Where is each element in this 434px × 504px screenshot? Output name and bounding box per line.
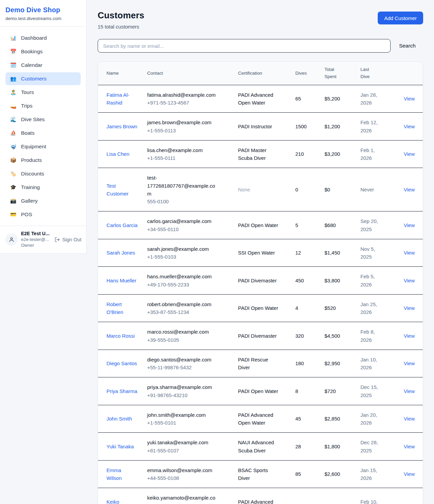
view-customer-link[interactable]: View [404,503,415,504]
brand-domain: demo.test.divestreams.com [5,16,81,21]
sign-out-button[interactable]: Sign Out [55,237,81,242]
sidebar-item-calendar[interactable]: 🗓️ Calendar [5,59,81,72]
view-customer-link[interactable]: View [404,333,415,339]
main-content: Customers 15 total customers Add Custome… [86,0,434,504]
customer-dives: 210 [295,151,304,157]
view-customer-link[interactable]: View [404,250,415,256]
customer-phone: +971-55-123-4567 [147,99,234,107]
nav-item-icon: 🎓 [10,184,17,190]
customer-certification: SSI Open Water [238,249,275,257]
view-customer-link[interactable]: View [404,388,415,394]
customer-name-link[interactable]: Test Customer [106,182,138,198]
customer-name-link[interactable]: Hans Mueller [106,277,136,284]
customer-name-link[interactable]: Lisa Chen [106,150,130,158]
nav-item-label: Calendar [21,62,42,68]
view-customer-link[interactable]: View [404,416,415,422]
customer-name-link[interactable]: Marco Rossi [106,332,135,340]
table-row-emma-wilson: Emma Wilson emma.wilson@example.com +44-… [98,460,423,488]
column-header-dives: Dives [295,62,324,85]
view-customer-link[interactable]: View [404,96,415,101]
add-customer-button[interactable]: Add Customer [378,12,423,24]
customer-email: marco.rossi@example.com [147,328,219,336]
nav-item-icon: 📊 [10,35,17,41]
customer-dives: 0 [295,187,298,192]
nav-item-label: Dive Sites [21,116,45,123]
search-button[interactable]: Search [399,43,416,49]
nav-item-label: Training [21,184,40,190]
sidebar-item-tours[interactable]: 🏝️ Tours [5,86,81,99]
customer-last-dive: Jan 15, 2026 [360,466,382,482]
customer-phone: +1-555-0103 [147,253,234,261]
sidebar-item-bookings[interactable]: 📅 Bookings [5,45,81,58]
view-customer-link[interactable]: View [404,305,415,311]
sidebar-item-dashboard[interactable]: 📊 Dashboard [5,32,81,44]
view-customer-link[interactable]: View [404,187,415,192]
customer-certification: PADI Divemaster [238,277,277,284]
customer-name-link[interactable]: Sarah Jones [106,249,135,257]
customer-name-link[interactable]: Carlos Garcia [106,221,138,229]
brand-title[interactable]: Demo Dive Shop [5,6,81,14]
customer-name-link[interactable]: Robert O'Brien [106,300,138,316]
customer-name-link[interactable]: Emma Wilson [106,466,138,482]
customer-email: robert.obrien@example.com [147,300,219,308]
table-row-robert-o-brien: Robert O'Brien robert.obrien@example.com… [98,294,423,322]
view-customer-link[interactable]: View [404,444,415,449]
view-customer-link[interactable]: View [404,360,415,366]
customer-name-link[interactable]: Diego Santos [106,359,137,367]
search-input[interactable] [98,39,391,53]
customer-total-spent: $1,200 [324,124,340,129]
view-customer-link[interactable]: View [404,471,415,477]
customer-name-link[interactable]: Keiko Yamamoto [106,498,138,504]
customer-last-dive: Feb 5, 2026 [360,273,382,288]
customer-dives: 450 [295,278,304,283]
customer-name-link[interactable]: Fatima Al-Rashid [106,91,138,107]
nav-item-icon: 🤿 [10,144,17,150]
customer-total-spent: $520 [324,305,336,311]
sidebar-item-equipment[interactable]: 🤿 Equipment [5,140,81,153]
sidebar-item-discounts[interactable]: 🏷️ Discounts [5,167,81,180]
customer-last-dive: Jan 20, 2026 [360,411,382,427]
sidebar-item-customers[interactable]: 👥 Customers [5,72,81,85]
nav-item-icon: 📅 [10,49,17,55]
view-customer-link[interactable]: View [404,278,415,283]
customer-email: test-1772681807767@example.com [147,174,219,198]
sidebar-item-gallery[interactable]: 📸 Gallery [5,194,81,207]
customer-total-spent: $1,450 [324,250,340,256]
table-row-marco-rossi: Marco Rossi marco.rossi@example.com +39-… [98,322,423,350]
customer-phone: +1-555-0111 [147,154,234,162]
nav-item-label: POS [21,211,32,218]
customer-last-dive: Feb 8, 2026 [360,328,382,344]
customer-email: james.brown@example.com [147,118,219,126]
sidebar-item-boats[interactable]: ⛵ Boats [5,127,81,139]
customer-total-spent: $3,200 [324,151,340,157]
view-customer-link[interactable]: View [404,222,415,228]
customer-total-spent: $0 [324,187,330,192]
nav-item-icon: 🏷️ [10,171,17,177]
sidebar-item-trips[interactable]: 🚤 Trips [5,99,81,112]
sidebar-item-pos[interactable]: 💳 POS [5,208,81,221]
table-row-lisa-chen: Lisa Chen lisa.chen@example.com +1-555-0… [98,140,423,168]
view-customer-link[interactable]: View [404,124,415,129]
sidebar-item-training[interactable]: 🎓 Training [5,181,81,194]
customer-name-link[interactable]: James Brown [106,123,137,130]
customer-name-link[interactable]: Yuki Tanaka [106,443,134,450]
sidebar-item-products[interactable]: 📦 Products [5,154,81,167]
customer-dives: 320 [295,333,304,339]
customer-email: lisa.chen@example.com [147,146,219,154]
sidebar-item-dive-sites[interactable]: 🌊 Dive Sites [5,113,81,126]
customer-dives: 180 [295,360,304,366]
column-header- [396,62,423,85]
customer-dives: 12 [295,250,301,256]
customer-name-link[interactable]: John Smith [106,415,132,423]
customer-certification: PADI Advanced Open Water [238,411,280,427]
customer-last-dive: Sep 20, 2025 [360,217,382,233]
customer-phone: +1-555-0113 [147,127,234,134]
customer-total-spent: $2,950 [324,360,340,366]
customer-email: carlos.garcia@example.com [147,217,219,225]
customer-name-link[interactable]: Priya Sharma [106,387,137,395]
view-customer-link[interactable]: View [404,151,415,157]
nav-item-icon: 🗓️ [10,62,17,68]
customer-total-spent: $3,800 [324,278,340,283]
customers-table: Name Contact Certification Dives [98,62,423,504]
customer-total-spent: $4,500 [324,333,340,339]
